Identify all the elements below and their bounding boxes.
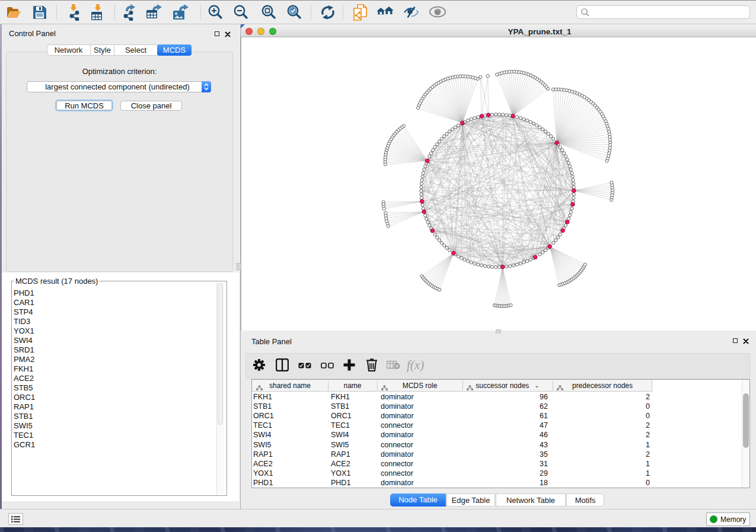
svg-text:f(x): f(x) [407,358,424,372]
